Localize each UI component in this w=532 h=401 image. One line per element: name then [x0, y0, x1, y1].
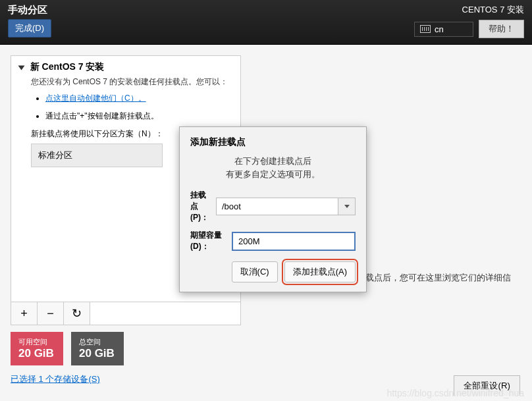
dialog-title: 添加新挂载点	[190, 136, 356, 148]
panel-title: 新 CentOS 7 安装	[30, 61, 105, 72]
available-space-value: 20 GiB	[18, 347, 55, 360]
done-button[interactable]: 完成(D)	[8, 19, 51, 38]
space-summary: 可用空间 20 GiB 总空间 20 GiB	[11, 332, 521, 365]
reload-icon: ↻	[72, 306, 82, 321]
keyboard-layout-label: cn	[435, 24, 444, 34]
available-space-box: 可用空间 20 GiB	[11, 332, 63, 365]
watermark: https://blog.csdn.net/winifred_hua	[386, 388, 524, 398]
panel-description: 您还没有为 CentOS 7 的安装创建任何挂载点。您可以：	[31, 76, 232, 88]
scheme-value: 标准分区	[38, 150, 72, 160]
detail-hint-text: 载点后，您可在这里浏览它们的详细信	[365, 272, 511, 284]
total-space-label: 总空间	[79, 337, 116, 347]
disclosure-icon[interactable]	[18, 65, 25, 70]
reload-button[interactable]: ↻	[64, 302, 90, 325]
capacity-input[interactable]	[232, 232, 356, 251]
capacity-label: 期望容量(D)：	[190, 230, 226, 252]
total-space-box: 总空间 20 GiB	[71, 332, 124, 365]
panel-title-row: 新 CentOS 7 安装	[19, 61, 232, 73]
add-mountpoint-button[interactable]: 添加挂载点(A)	[284, 261, 356, 282]
available-space-label: 可用空间	[18, 337, 55, 347]
keyboard-icon	[420, 25, 431, 33]
cancel-button[interactable]: 取消(C)	[232, 261, 278, 282]
topbar: 手动分区 完成(D) CENTOS 7 安装 cn 帮助！	[0, 0, 532, 45]
panel-footer: + − ↻	[11, 302, 240, 325]
mountpoint-combobox[interactable]	[216, 198, 356, 215]
mountpoint-label: 挂载点(P)：	[190, 190, 211, 223]
installer-title: CENTOS 7 安装	[462, 4, 524, 16]
remove-mount-button[interactable]: −	[38, 302, 64, 325]
storage-devices-link[interactable]: 已选择 1 个存储设备(S)	[11, 373, 100, 385]
total-space-value: 20 GiB	[79, 347, 116, 360]
add-mount-dialog: 添加新挂载点 在下方创建挂载点后 有更多自定义选项可用。 挂载点(P)： 期望容…	[179, 126, 367, 292]
keyboard-layout-selector[interactable]: cn	[414, 22, 473, 37]
scheme-select[interactable]: 标准分区	[31, 144, 163, 167]
auto-create-link[interactable]: 点这里自动创建他们（C）。	[45, 94, 146, 103]
page-title: 手动分区	[8, 4, 51, 16]
plus-hint: 通过点击"+"按钮创建新挂载点。	[45, 111, 232, 122]
mountpoint-dropdown-button[interactable]	[338, 198, 356, 215]
add-mount-button[interactable]: +	[11, 302, 38, 325]
help-button[interactable]: 帮助！	[479, 20, 524, 38]
dialog-description: 在下方创建挂载点后 有更多自定义选项可用。	[190, 155, 356, 180]
mountpoint-input[interactable]	[216, 198, 338, 215]
chevron-down-icon	[344, 205, 350, 208]
